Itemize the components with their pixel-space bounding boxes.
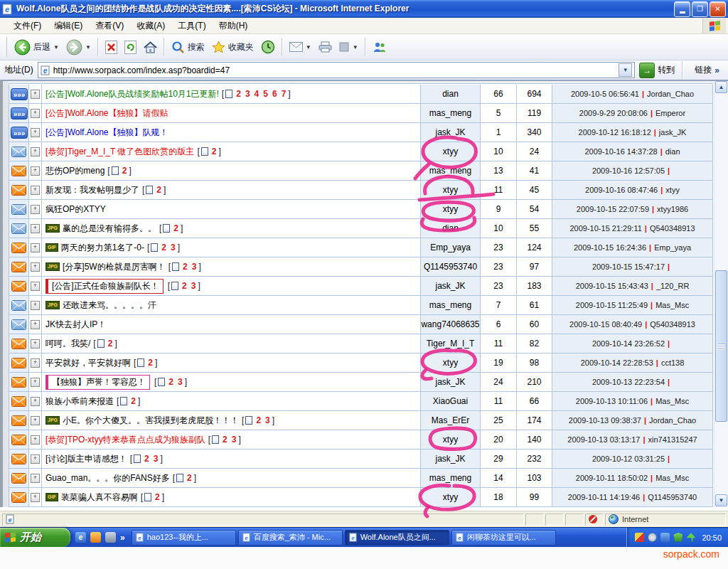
mail-button[interactable]: ▼	[286, 41, 315, 53]
last-poster-link[interactable]: Q540348913	[650, 224, 695, 233]
expand-thread-button[interactable]: +	[29, 411, 42, 430]
thread-title-link[interactable]: 装菜骗人真不容易啊	[61, 491, 138, 504]
edit-dropdown[interactable]: ▼	[353, 44, 358, 50]
home-button[interactable]	[140, 40, 161, 55]
tray-security-shield-icon[interactable]	[673, 533, 682, 542]
expand-thread-button[interactable]: +	[29, 161, 42, 180]
expand-thread-button[interactable]: +	[29, 257, 42, 276]
thread-title-link[interactable]: [恭贺]Tiger_M_I_T 做了色图欣赏的版主	[46, 146, 194, 158]
page-links[interactable]: [2 ]	[159, 223, 183, 233]
edit-button[interactable]: ▼	[336, 41, 362, 54]
scroll-up-button[interactable]: ▲	[715, 81, 727, 93]
thread-title-link[interactable]: [公告]Wolf.Alone【独狼】队规！	[46, 127, 168, 139]
quick-launch-wangwang-icon[interactable]	[90, 532, 101, 543]
thread-title-link[interactable]: [分享]5W的枪就是厉害啊！	[63, 261, 166, 273]
thread-author-link[interactable]: xtyy	[421, 181, 481, 199]
refresh-button[interactable]	[121, 39, 140, 55]
address-input[interactable]: e http://www.sorpack.com/index.asp?board…	[38, 62, 636, 78]
menu-tools[interactable]: 工具(T)	[171, 18, 212, 33]
thread-title-link[interactable]: [公告]Wolf.Alone队员战绩奖励帖10月1已更新!	[46, 88, 219, 100]
last-poster-link[interactable]: xin741315247	[648, 435, 697, 444]
thread-author-link[interactable]: Mas_ErEr	[421, 411, 481, 430]
thread-title-link[interactable]: [公告]Wolf.Alone【独狼】请假贴	[46, 107, 168, 119]
mail-dropdown[interactable]: ▼	[306, 44, 311, 50]
search-button[interactable]: 搜索	[168, 39, 208, 55]
thread-author-link[interactable]: dian	[421, 85, 481, 103]
last-poster-link[interactable]: Jordan_Chao	[649, 416, 696, 425]
expand-thread-button[interactable]: +	[29, 334, 42, 353]
last-poster-link[interactable]: Emp_yaya	[654, 243, 691, 252]
last-poster-link[interactable]: Mas_Msc	[655, 397, 689, 405]
expand-thread-button[interactable]: +	[29, 200, 42, 218]
thread-title-link[interactable]: 赢的总是没有输得多。。	[63, 223, 156, 235]
expand-thread-button[interactable]: +	[29, 488, 42, 506]
forward-dropdown[interactable]: ▼	[85, 44, 91, 50]
last-poster-link[interactable]: Q540348913	[650, 320, 695, 329]
page-links[interactable]: [23 ]	[154, 377, 187, 387]
thread-author-link[interactable]: Emp_yaya	[421, 238, 481, 257]
thread-author-link[interactable]: mas_meng	[421, 161, 481, 180]
links-bar[interactable]: 链接 »	[690, 64, 724, 76]
address-dropdown[interactable]: ▼	[619, 63, 632, 77]
thread-title-link[interactable]: JK快去封人IP！	[46, 319, 106, 331]
expand-thread-button[interactable]: +	[29, 430, 42, 449]
start-button[interactable]: 开始	[0, 528, 70, 547]
page-links[interactable]: [2 ]	[93, 339, 117, 349]
menu-file[interactable]: 文件(F)	[7, 18, 48, 33]
scrollbar-thumb[interactable]	[715, 270, 727, 422]
expand-thread-button[interactable]: +	[29, 85, 42, 103]
page-links[interactable]: [23 ]	[147, 243, 180, 252]
thread-author-link[interactable]: wang74068635	[421, 315, 481, 334]
thread-title-link[interactable]: 平安就好，平安就好啊	[46, 357, 131, 369]
thread-author-link[interactable]: dian	[421, 219, 481, 238]
expand-thread-button[interactable]: +	[29, 296, 42, 314]
page-links[interactable]: [23 ]	[208, 435, 241, 445]
vertical-scrollbar[interactable]: ▲ ▼	[714, 81, 728, 507]
last-poster-link[interactable]: Jordan_Chao	[647, 90, 694, 98]
tray-antivirus-umbrella-icon[interactable]	[686, 533, 695, 542]
taskbar-task-button[interactable]: ehao123--我的上...	[132, 530, 236, 546]
expand-thread-button[interactable]: +	[29, 123, 42, 142]
thread-author-link[interactable]: XiaoGuai	[421, 392, 481, 410]
thread-author-link[interactable]: xtyy	[421, 200, 481, 218]
page-links[interactable]: [2 ]	[107, 166, 131, 176]
thread-title-link[interactable]: 两天的努力第1名了-0-	[61, 242, 144, 254]
history-button[interactable]	[257, 38, 279, 55]
taskbar-task-button[interactable]: e闲聊茶坊这里可以...	[451, 530, 556, 546]
thread-author-link[interactable]: mas_meng	[421, 104, 481, 122]
quick-launch-chevron-icon[interactable]: »	[120, 533, 125, 543]
taskbar-task-button[interactable]: e百度搜索_索沛 - Mic...	[238, 530, 343, 546]
thread-author-link[interactable]: Q1145953740	[421, 257, 481, 276]
last-poster-link[interactable]: _120_RR	[656, 282, 689, 290]
last-poster-link[interactable]: Mas_Msc	[655, 474, 689, 482]
expand-thread-button[interactable]: +	[29, 277, 42, 295]
last-poster-link[interactable]: jask_JK	[659, 128, 687, 137]
expand-thread-button[interactable]: +	[29, 469, 42, 487]
thread-author-link[interactable]: jask_JK	[421, 373, 481, 391]
stop-button[interactable]	[102, 39, 121, 55]
tray-clock-icon[interactable]	[648, 533, 657, 542]
thread-author-link[interactable]: jask_JK	[421, 450, 481, 468]
last-poster-link[interactable]: Q1145953740	[648, 493, 697, 501]
thread-author-link[interactable]: jask_JK	[421, 123, 481, 142]
thread-title-link[interactable]: [讨论]版主申请感想！	[46, 453, 127, 465]
thread-title-link[interactable]: Guao_man。。。你的FANS好多	[46, 472, 170, 484]
tray-network-icon[interactable]	[660, 533, 670, 542]
minimize-button[interactable]	[674, 1, 690, 17]
menu-edit[interactable]: 编辑(E)	[48, 18, 89, 33]
quick-launch-messenger-icon[interactable]	[105, 532, 116, 543]
last-poster-link[interactable]: Emperor	[655, 109, 685, 117]
back-dropdown[interactable]: ▼	[53, 44, 59, 50]
thread-author-link[interactable]: xtyy	[421, 142, 481, 161]
back-button[interactable]: 后退 ▼	[11, 38, 63, 57]
expand-thread-button[interactable]: +	[29, 353, 42, 372]
expand-thread-button[interactable]: +	[29, 181, 42, 199]
thread-author-link[interactable]: xtyy	[421, 488, 481, 506]
thread-title-link[interactable]: [恭贺]TPO-xtyy特来恭喜点点成为狼族副队	[46, 434, 205, 446]
quick-launch-ie-icon[interactable]: e	[75, 532, 86, 543]
expand-thread-button[interactable]: +	[29, 315, 42, 334]
menu-view[interactable]: 查看(V)	[89, 18, 130, 33]
tray-download-icon[interactable]	[635, 533, 644, 542]
thread-title-link[interactable]: 【独狼】声誉！零容忍！	[46, 375, 150, 390]
thread-title-link[interactable]: 疯狂OP的XTYY	[46, 203, 106, 216]
